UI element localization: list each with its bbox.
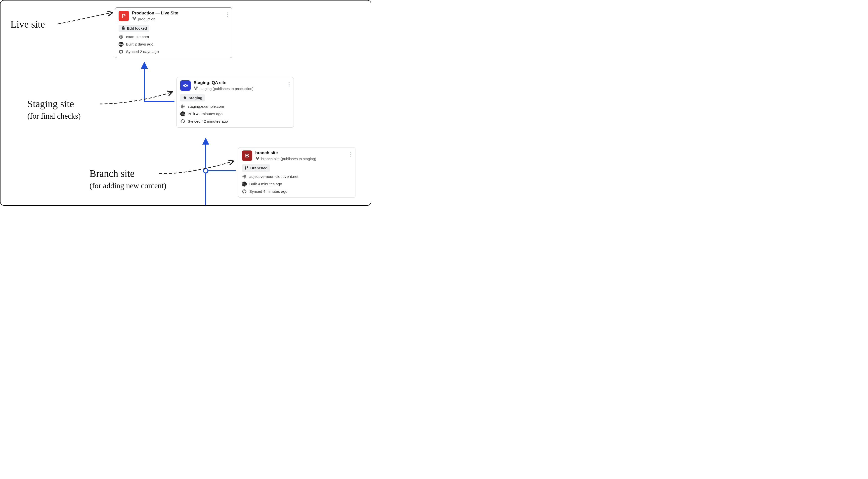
svg-rect-1 (132, 17, 134, 18)
svg-rect-12 (257, 159, 258, 160)
card-branch[interactable]: B branch site branch-site (publishes to … (238, 147, 355, 198)
domain-row: staging.example.com (180, 104, 290, 109)
svg-rect-7 (196, 87, 197, 88)
svg-rect-2 (135, 17, 136, 18)
card-production[interactable]: P Production — Live Site production Edit… (115, 7, 232, 58)
diagram-stage: Live site Staging site (for final checks… (0, 0, 371, 205)
label-staging-sub: (for final checks) (27, 112, 81, 121)
svg-rect-3 (134, 19, 135, 20)
branch-name: branch-site (publishes to staging) (261, 157, 316, 161)
built-row: 11ty Built 2 days ago (119, 42, 228, 47)
app-badge: B (242, 150, 252, 161)
built-row: 11ty Built 4 minutes ago (242, 182, 352, 186)
github-icon (119, 49, 124, 54)
lock-icon (121, 26, 126, 31)
globe-icon (242, 174, 247, 179)
status-tag: Staging (180, 94, 205, 101)
app-badge: P (119, 11, 129, 21)
card-title: branch site (255, 150, 316, 155)
eleventy-icon: 11ty (180, 112, 185, 116)
kebab-menu[interactable] (225, 10, 229, 19)
label-branch: Branch site (for adding new content) (90, 168, 166, 190)
label-branch-sub: (for adding new content) (90, 181, 166, 190)
label-branch-title: Branch site (90, 168, 134, 179)
branch-line: production (132, 17, 178, 22)
branch-icon (194, 86, 198, 91)
branch-line: staging (publishes to production) (194, 86, 253, 91)
svg-point-13 (245, 166, 246, 167)
status-tag: Branched (242, 164, 270, 172)
domain-row: adjective-noun.cloudvent.net (242, 174, 352, 179)
svg-rect-10 (256, 157, 257, 158)
synced-row: Synced 42 minutes ago (180, 119, 290, 124)
svg-rect-11 (258, 157, 259, 158)
globe-icon (180, 104, 185, 109)
branch-icon (132, 17, 136, 22)
globe-icon (119, 34, 124, 39)
app-badge (180, 80, 191, 91)
eleventy-icon: 11ty (119, 42, 124, 47)
branch-name: staging (publishes to production) (199, 87, 253, 91)
github-icon (180, 119, 185, 124)
branch-line: branch-site (publishes to staging) (255, 156, 316, 161)
synced-row: Synced 2 days ago (119, 49, 228, 54)
label-live-title: Live site (10, 19, 45, 30)
card-staging[interactable]: Staging: QA site staging (publishes to p… (177, 77, 294, 127)
label-staging-title: Staging site (27, 98, 74, 110)
card-title: Production — Live Site (132, 11, 178, 16)
kebab-menu[interactable] (349, 150, 353, 159)
github-icon (242, 189, 247, 194)
label-live: Live site (10, 19, 45, 30)
svg-rect-8 (195, 89, 197, 90)
svg-point-5 (184, 85, 187, 87)
svg-point-14 (245, 169, 246, 169)
branch-name: production (138, 17, 155, 21)
built-row: 11ty Built 42 minutes ago (180, 112, 290, 116)
svg-rect-6 (194, 87, 195, 88)
git-branch-icon (244, 166, 249, 171)
domain-row: example.com (119, 34, 228, 39)
svg-point-15 (247, 167, 248, 167)
label-staging: Staging site (for final checks) (27, 98, 81, 121)
branch-icon (255, 156, 260, 161)
card-title: Staging: QA site (194, 80, 253, 85)
kebab-menu[interactable] (287, 80, 291, 89)
eleventy-icon: 11ty (242, 182, 247, 186)
synced-row: Synced 4 minutes ago (242, 189, 352, 194)
svg-point-0 (204, 169, 208, 173)
star-icon (183, 95, 187, 100)
status-tag: Edit locked (119, 25, 149, 32)
